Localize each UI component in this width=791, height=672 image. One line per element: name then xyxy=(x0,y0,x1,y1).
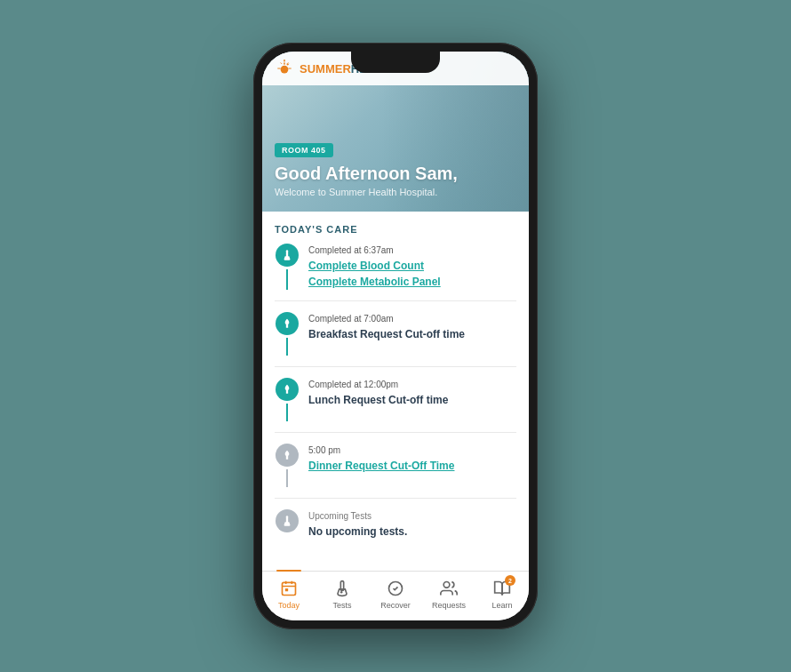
icon-col-1 xyxy=(275,244,300,290)
care-time-5: Upcoming Tests xyxy=(308,511,516,521)
nav-icon-learn: 2 xyxy=(492,579,512,598)
nav-label-requests: Requests xyxy=(432,601,466,610)
active-indicator xyxy=(276,570,301,572)
summer-health-logo-icon xyxy=(275,59,294,78)
welcome-text: Welcome to Summer Health Hospital. xyxy=(275,187,458,197)
phone-frame: SUMMERHEALTH ROOM 405 Good Afternoon Sam… xyxy=(253,43,538,629)
nav-label-learn: Learn xyxy=(491,601,512,610)
care-details-3: Completed at 12:00pm Lunch Request Cut-o… xyxy=(308,378,516,421)
food-icon-4 xyxy=(276,444,299,467)
nav-icon-requests xyxy=(439,579,459,598)
test-icon-5 xyxy=(276,509,299,532)
care-name-cbc[interactable]: Complete Blood Count xyxy=(308,258,516,274)
svg-point-5 xyxy=(286,257,288,259)
bottom-nav: Today Tests xyxy=(262,571,529,620)
care-item-breakfast: Completed at 7:00am Breakfast Request Cu… xyxy=(275,312,516,367)
greeting-text: Good Afternoon Sam, xyxy=(275,163,458,184)
care-item-lunch: Completed at 12:00pm Lunch Request Cut-o… xyxy=(275,378,516,433)
timeline-line-3 xyxy=(286,404,288,421)
today-care-title: TODAY'S CARE xyxy=(275,224,516,235)
nav-icon-recover xyxy=(386,579,405,598)
care-details-2: Completed at 7:00am Breakfast Request Cu… xyxy=(308,312,516,356)
learn-badge: 2 xyxy=(505,575,515,586)
svg-rect-4 xyxy=(286,250,288,257)
nav-item-tests[interactable]: Tests xyxy=(316,579,369,610)
icon-col-5 xyxy=(275,509,300,540)
food-icon-3 xyxy=(276,378,299,401)
nav-item-today[interactable]: Today xyxy=(262,579,316,610)
food-icon-2 xyxy=(276,312,299,335)
nav-item-requests[interactable]: Requests xyxy=(422,579,475,610)
nav-label-tests: Tests xyxy=(332,601,351,610)
svg-rect-12 xyxy=(283,582,296,595)
care-name-lunch: Lunch Request Cut-off time xyxy=(308,392,516,408)
nav-item-recover[interactable]: Recover xyxy=(369,579,422,610)
care-name-dinner[interactable]: Dinner Request Cut-Off Time xyxy=(308,458,516,474)
care-time-1: Completed at 6:37am xyxy=(308,245,516,255)
timeline-line-2 xyxy=(286,338,288,356)
care-item-dinner: 5:00 pm Dinner Request Cut-Off Time xyxy=(275,444,516,499)
care-time-2: Completed at 7:00am xyxy=(308,314,516,324)
care-item-upcoming-tests: Upcoming Tests No upcoming tests. xyxy=(275,509,516,550)
svg-point-20 xyxy=(443,582,450,588)
care-time-3: Completed at 12:00pm xyxy=(308,380,516,389)
svg-line-2 xyxy=(281,62,283,64)
care-details-5: Upcoming Tests No upcoming tests. xyxy=(308,509,516,540)
test-icon-1 xyxy=(276,244,299,267)
svg-rect-16 xyxy=(285,588,288,591)
care-name-breakfast: Breakfast Request Cut-off time xyxy=(308,326,516,342)
care-timeline: Completed at 6:37am Complete Blood Count… xyxy=(275,244,516,561)
care-name-upcoming: No upcoming tests. xyxy=(308,524,516,540)
timeline-line-1 xyxy=(286,269,288,290)
svg-point-18 xyxy=(340,591,343,594)
phone-screen: SUMMERHEALTH ROOM 405 Good Afternoon Sam… xyxy=(262,52,529,620)
nav-label-recover: Recover xyxy=(380,601,411,610)
care-details-4: 5:00 pm Dinner Request Cut-Off Time xyxy=(308,444,516,487)
care-name-cmp[interactable]: Complete Metabolic Panel xyxy=(308,274,516,290)
svg-point-0 xyxy=(281,66,289,74)
nav-label-today: Today xyxy=(278,601,300,610)
header-section: SUMMERHEALTH ROOM 405 Good Afternoon Sam… xyxy=(262,52,529,212)
care-details-1: Completed at 6:37am Complete Blood Count… xyxy=(308,244,516,290)
svg-rect-11 xyxy=(286,516,288,523)
icon-col-3 xyxy=(275,378,300,421)
main-content: TODAY'S CARE xyxy=(262,212,529,571)
room-badge: ROOM 405 xyxy=(275,143,333,157)
nav-icon-today xyxy=(279,579,299,598)
header-content: ROOM 405 Good Afternoon Sam, Welcome to … xyxy=(275,140,458,197)
nav-item-learn[interactable]: 2 Learn xyxy=(475,579,529,610)
icon-col-2 xyxy=(275,312,300,356)
phone-notch xyxy=(351,52,440,73)
icon-col-4 xyxy=(275,444,300,487)
care-time-4: 5:00 pm xyxy=(308,445,516,455)
care-item-blood-tests: Completed at 6:37am Complete Blood Count… xyxy=(275,244,516,301)
nav-icon-tests xyxy=(332,579,352,598)
timeline-line-4 xyxy=(286,469,288,487)
